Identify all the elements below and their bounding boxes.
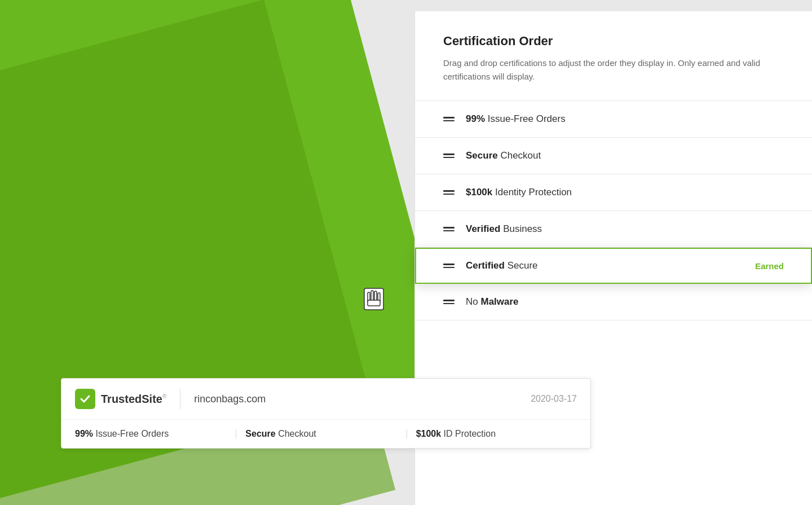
widget-cert-secure-checkout: Secure Checkout — [236, 429, 407, 439]
panel-description: Drag and drop certifications to adjust t… — [443, 56, 784, 84]
cert-label-bold: Malware — [480, 296, 518, 307]
widget-header: TrustedSite® rinconbags.com 2020-03-17 — [61, 379, 590, 420]
widget-footer: 99% Issue-Free Orders Secure Checkout $1… — [61, 420, 590, 448]
cert-label-certified-secure: Certified Secure — [466, 260, 538, 271]
cert-item-certified-secure[interactable]: Certified Secure Earned — [415, 248, 812, 284]
cert-item-left: $100k Identity Protection — [443, 187, 572, 198]
cursor-hand-icon — [364, 288, 384, 314]
cert-item-verified-business[interactable]: Verified Business — [415, 211, 812, 248]
cert-item-left: 99% Issue-Free Orders — [443, 113, 566, 125]
trusted-logo-text: TrustedSite® — [101, 393, 166, 406]
drag-handle-icon[interactable] — [443, 264, 454, 268]
cert-item-issue-free[interactable]: 99% Issue-Free Orders — [415, 101, 812, 138]
earned-badge: Earned — [755, 261, 784, 271]
drag-handle-icon[interactable] — [443, 117, 454, 121]
trusted-site-widget: TrustedSite® rinconbags.com 2020-03-17 9… — [61, 378, 591, 449]
cert-bold: $100k — [416, 429, 442, 438]
drag-handle-icon[interactable] — [443, 153, 454, 158]
cert-bold: Secure — [245, 429, 275, 438]
widget-date: 2020-03-17 — [531, 394, 577, 404]
cert-label-verified-business: Verified Business — [466, 223, 542, 235]
cert-label-bold: Secure — [466, 150, 498, 161]
divider — [180, 389, 180, 409]
drag-handle-icon[interactable] — [443, 190, 454, 195]
widget-cert-id-protection: $100k ID Protection — [407, 429, 577, 439]
cert-label-bold: Verified — [466, 223, 500, 234]
cert-item-identity-protection[interactable]: $100k Identity Protection — [415, 174, 812, 211]
cert-item-no-malware[interactable]: No Malware — [415, 284, 812, 320]
trusted-logo: TrustedSite® — [75, 389, 166, 409]
cert-label-bold: Certified — [466, 260, 505, 271]
cert-item-left: No Malware — [443, 296, 519, 308]
panel-title: Certification Order — [443, 34, 784, 49]
svg-rect-0 — [364, 288, 383, 310]
certification-list: 99% Issue-Free Orders Secure Checkout — [415, 100, 812, 320]
cert-label-identity-protection: $100k Identity Protection — [466, 187, 572, 198]
cert-item-secure-checkout[interactable]: Secure Checkout — [415, 138, 812, 174]
drag-handle-icon[interactable] — [443, 300, 454, 304]
cert-bold: 99% — [75, 429, 93, 438]
cert-label-bold: 99% — [466, 113, 485, 124]
svg-rect-5 — [368, 300, 380, 306]
drag-handle-icon[interactable] — [443, 227, 454, 231]
cert-label-secure-checkout: Secure Checkout — [466, 150, 541, 161]
widget-cert-issue-free: 99% Issue-Free Orders — [75, 429, 236, 439]
widget-domain: rinconbags.com — [194, 393, 531, 405]
cert-label-no-malware: No Malware — [466, 296, 519, 308]
cert-item-left: Verified Business — [443, 223, 542, 235]
cert-item-left: Secure Checkout — [443, 150, 541, 161]
cert-label-bold: $100k — [466, 187, 492, 197]
cert-label-issue-free: 99% Issue-Free Orders — [466, 113, 566, 125]
trusted-logo-icon — [75, 389, 95, 409]
cert-item-left: Certified Secure — [443, 260, 538, 271]
